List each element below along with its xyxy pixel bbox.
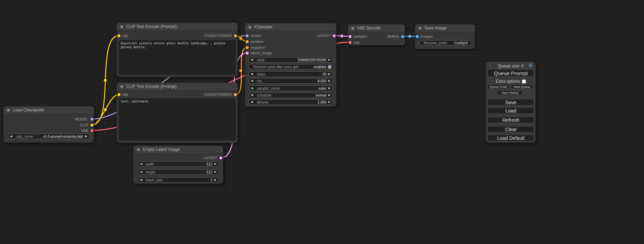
node-clip-text-encode-positive[interactable]: CLIP Text Encode (Prompt) clip CONDITION… (117, 23, 238, 77)
node-title-bar[interactable]: VAE Decode (348, 24, 405, 32)
node-title-bar[interactable]: CLIP Text Encode (Prompt) (117, 83, 238, 91)
sampler-name-widget[interactable]: ◀ sampler_name euler ▶ (248, 85, 333, 91)
view-history-button[interactable]: View History (497, 90, 522, 95)
filename-prefix-widget[interactable]: filename_prefix ComfyUI (419, 40, 472, 46)
decrement-arrow-icon[interactable]: ◀ (249, 80, 255, 82)
increment-arrow-icon[interactable]: ▶ (326, 58, 333, 61)
node-title-bar[interactable]: KSampler (245, 23, 336, 31)
widget-label: seed (257, 58, 264, 62)
increment-arrow-icon[interactable]: ▶ (326, 73, 333, 75)
input-pin-vae[interactable] (349, 41, 352, 44)
scheduler-widget[interactable]: ◀ scheduler normal ▶ (248, 92, 333, 98)
node-graph-canvas[interactable]: Load Checkpoint MODEL CLIP VAE ◀ ckpt_na… (0, 0, 644, 244)
node-load-checkpoint[interactable]: Load Checkpoint MODEL CLIP VAE ◀ ckpt_na… (3, 106, 94, 143)
output-pin-clip[interactable] (90, 124, 94, 127)
link-dot (104, 79, 107, 82)
collapse-dot[interactable] (418, 27, 422, 30)
cfg-widget[interactable]: ◀ cfg 8.000 ▶ (248, 78, 333, 84)
input-pin-negative[interactable] (246, 46, 249, 49)
random-seed-toggle-widget[interactable]: Random seed after every gen enabled (248, 64, 333, 70)
widget-label: sampler_name (257, 87, 280, 90)
height-widget[interactable]: ◀ height 512 ▶ (138, 169, 219, 175)
input-label-clip: clip (122, 34, 128, 38)
node-clip-text-encode-negative[interactable]: CLIP Text Encode (Prompt) clip CONDITION… (117, 83, 238, 143)
increment-arrow-icon[interactable]: ▶ (212, 179, 219, 181)
collapse-dot[interactable] (120, 85, 123, 88)
widget-value: 1.000 (318, 100, 326, 104)
node-save-image[interactable]: Save Image images filename_prefix ComfyU… (415, 24, 475, 49)
input-pin-clip[interactable] (117, 93, 121, 96)
decrement-arrow-icon[interactable]: ◀ (138, 163, 144, 165)
load-button[interactable]: Load (487, 107, 534, 114)
extra-options-checkbox[interactable] (522, 80, 526, 83)
prompt-text-input[interactable]: beautiful scenery nature glass bottle la… (119, 40, 236, 75)
increment-arrow-icon[interactable]: ▶ (212, 171, 219, 173)
output-pin-latent[interactable] (219, 156, 222, 160)
input-pin-positive[interactable] (246, 40, 249, 43)
increment-arrow-icon[interactable]: ▶ (326, 94, 333, 97)
clear-button[interactable]: Clear (487, 126, 534, 133)
decrement-arrow-icon[interactable]: ◀ (138, 179, 144, 181)
widget-value: 8.000 (318, 79, 326, 83)
node-title-bar[interactable]: Save Image (415, 24, 475, 32)
collapse-dot[interactable] (7, 109, 10, 112)
queue-front-button[interactable]: Queue Front (487, 84, 509, 89)
input-pin-model[interactable] (246, 34, 249, 37)
input-pin-samples[interactable] (349, 35, 352, 38)
collapse-dot[interactable] (137, 148, 140, 151)
node-vae-decode[interactable]: VAE Decode samples vae IMAGE (348, 24, 405, 45)
node-title-bar[interactable]: Load Checkpoint (3, 106, 94, 114)
output-pin-latent[interactable] (333, 34, 336, 37)
widget-value: v1-5-pruned-emaonly.ckpt (43, 135, 83, 138)
collapse-dot[interactable] (248, 26, 252, 29)
refresh-button[interactable]: Refresh (487, 117, 534, 123)
ckpt-name-widget[interactable]: ◀ ckpt_name v1-5-pruned-emaonly.ckpt ▶ (8, 134, 90, 139)
steps-widget[interactable]: ◀ steps 20 ▶ (248, 71, 333, 77)
decrement-arrow-icon[interactable]: ◀ (8, 135, 14, 138)
node-title-bar[interactable]: CLIP Text Encode (Prompt) (117, 23, 238, 31)
queue-prompt-button[interactable]: Queue Prompt (487, 69, 534, 77)
input-pin-images[interactable] (416, 35, 419, 38)
extra-options-label: Extra options (496, 79, 520, 84)
width-widget[interactable]: ◀ width 512 ▶ (138, 161, 219, 167)
widget-label: ckpt_name (16, 135, 33, 138)
increment-arrow-icon[interactable]: ▶ (326, 101, 333, 103)
node-ksampler[interactable]: KSampler model positive negative latent_… (245, 23, 336, 107)
output-pin-vae[interactable] (90, 129, 94, 132)
output-pin-conditioning[interactable] (234, 93, 237, 96)
node-title-bar[interactable]: Empty Latent Image (133, 146, 223, 154)
increment-arrow-icon[interactable]: ▶ (326, 87, 333, 90)
decrement-arrow-icon[interactable]: ◀ (138, 171, 144, 173)
widget-value: 512 (206, 170, 212, 174)
save-button[interactable]: Save (487, 99, 534, 106)
increment-arrow-icon[interactable]: ▶ (326, 80, 333, 82)
node-title: Load Checkpoint (13, 108, 44, 112)
node-title: VAE Decode (357, 26, 381, 30)
collapse-dot[interactable] (120, 25, 123, 28)
decrement-arrow-icon[interactable]: ◀ (249, 73, 255, 75)
decrement-arrow-icon[interactable]: ◀ (249, 58, 255, 61)
input-pin-latent-image[interactable] (246, 52, 249, 55)
collapse-dot[interactable] (351, 27, 354, 30)
toggle-knob[interactable] (328, 65, 332, 69)
input-label-clip: clip (122, 92, 128, 97)
decrement-arrow-icon[interactable]: ◀ (249, 87, 255, 90)
denoise-widget[interactable]: ◀ denoise 1.000 ▶ (248, 99, 333, 105)
increment-arrow-icon[interactable]: ▶ (212, 163, 219, 165)
widget-label: Random seed after every gen (253, 65, 299, 69)
settings-gear-icon[interactable]: ⚙ (528, 63, 533, 68)
decrement-arrow-icon[interactable]: ◀ (249, 101, 255, 103)
decrement-arrow-icon[interactable]: ◀ (249, 94, 255, 97)
seed-widget[interactable]: ◀ seed 156680208700286 ▶ (248, 57, 333, 63)
node-empty-latent-image[interactable]: Empty Latent Image LATENT ◀ width 512 ▶ … (133, 146, 223, 184)
output-pin-model[interactable] (90, 118, 94, 121)
view-queue-button[interactable]: View Queue (511, 84, 533, 89)
prompt-text-input[interactable]: text, watermark (119, 98, 236, 141)
increment-arrow-icon[interactable]: ▶ (83, 135, 89, 138)
link-dot (239, 37, 242, 40)
input-pin-clip[interactable] (117, 34, 121, 37)
batch-size-widget[interactable]: ◀ batch_size 1 ▶ (138, 177, 219, 183)
load-default-button[interactable]: Load Default (487, 135, 534, 141)
output-pin-image[interactable] (401, 35, 404, 38)
output-pin-conditioning[interactable] (234, 34, 237, 37)
